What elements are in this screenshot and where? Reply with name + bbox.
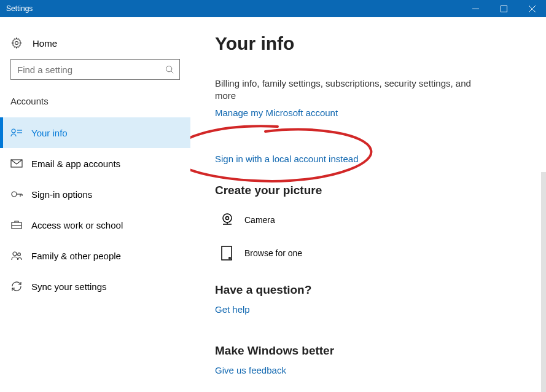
- sidebar-item-label: Access work or school: [31, 220, 123, 230]
- sidebar-item-your-info[interactable]: Your info: [0, 117, 190, 148]
- person-card-icon: [10, 127, 23, 139]
- sidebar-item-label: Sync your settings: [31, 281, 107, 292]
- sidebar-item-label: Your info: [31, 128, 68, 138]
- key-icon: [10, 188, 23, 200]
- minimize-button[interactable]: [461, 0, 489, 17]
- search-box[interactable]: [10, 59, 180, 80]
- create-picture-heading: Create your picture: [215, 184, 509, 197]
- minimize-icon: [472, 6, 479, 12]
- picture-options: Camera Browse for one: [215, 212, 509, 261]
- sidebar-item-family[interactable]: Family & other people: [0, 240, 190, 271]
- sidebar-item-label: Sign-in options: [31, 189, 92, 200]
- search-input[interactable]: [17, 65, 165, 75]
- sidebar-item-label: Family & other people: [31, 251, 121, 261]
- envelope-icon: [10, 157, 23, 170]
- main-panel: Your info Billing info, family settings,…: [190, 17, 546, 392]
- camera-icon: [215, 212, 240, 228]
- camera-label: Camera: [244, 215, 275, 225]
- close-button[interactable]: [518, 0, 546, 17]
- sidebar-item-label: Email & app accounts: [31, 159, 120, 169]
- home-nav[interactable]: Home: [0, 31, 190, 55]
- maximize-icon: [501, 6, 507, 12]
- svg-point-19: [223, 214, 232, 222]
- gear-icon: [10, 37, 23, 49]
- svg-rect-1: [501, 6, 507, 12]
- briefcase-icon: [10, 219, 23, 231]
- svg-line-6: [171, 71, 173, 73]
- home-label: Home: [33, 38, 57, 49]
- maximize-button[interactable]: [489, 0, 518, 17]
- people-icon: [10, 249, 23, 262]
- local-account-link[interactable]: Sign in with a local account instead: [215, 154, 358, 164]
- info-description: Billing info, family settings, subscript…: [215, 77, 485, 103]
- search-wrap: [0, 59, 190, 80]
- content-area: Home Accounts Your info Email & app acco…: [0, 17, 546, 392]
- svg-point-17: [13, 252, 17, 256]
- window-title: Settings: [0, 4, 33, 13]
- browse-icon: [215, 245, 240, 261]
- get-help-link[interactable]: Get help: [215, 304, 250, 315]
- browse-option[interactable]: Browse for one: [215, 245, 509, 261]
- sidebar: Home Accounts Your info Email & app acco…: [0, 17, 190, 392]
- svg-point-7: [12, 129, 15, 133]
- close-icon: [529, 6, 536, 12]
- sync-icon: [10, 280, 23, 292]
- feedback-link[interactable]: Give us feedback: [215, 365, 286, 375]
- manage-account-link[interactable]: Manage my Microsoft account: [215, 108, 338, 118]
- svg-point-11: [12, 192, 17, 197]
- sidebar-nav-list: Your info Email & app accounts Sign-in o…: [0, 117, 190, 302]
- sidebar-item-signin-options[interactable]: Sign-in options: [0, 179, 190, 210]
- sidebar-item-work-school[interactable]: Access work or school: [0, 210, 190, 240]
- page-title: Your info: [215, 33, 509, 54]
- title-bar: Settings: [0, 0, 546, 17]
- browse-label: Browse for one: [244, 248, 302, 258]
- svg-point-4: [15, 42, 18, 45]
- question-heading: Have a question?: [215, 283, 509, 297]
- search-icon: [165, 65, 174, 74]
- sidebar-item-email-accounts[interactable]: Email & app accounts: [0, 148, 190, 179]
- make-better-heading: Make Windows better: [215, 344, 509, 358]
- svg-point-18: [18, 253, 21, 256]
- window-controls: [461, 0, 546, 17]
- sidebar-item-sync[interactable]: Sync your settings: [0, 271, 190, 302]
- svg-point-23: [229, 257, 231, 259]
- camera-option[interactable]: Camera: [215, 212, 509, 228]
- svg-point-20: [226, 216, 229, 219]
- sidebar-section-heading: Accounts: [0, 96, 190, 106]
- scrollbar[interactable]: [541, 172, 546, 392]
